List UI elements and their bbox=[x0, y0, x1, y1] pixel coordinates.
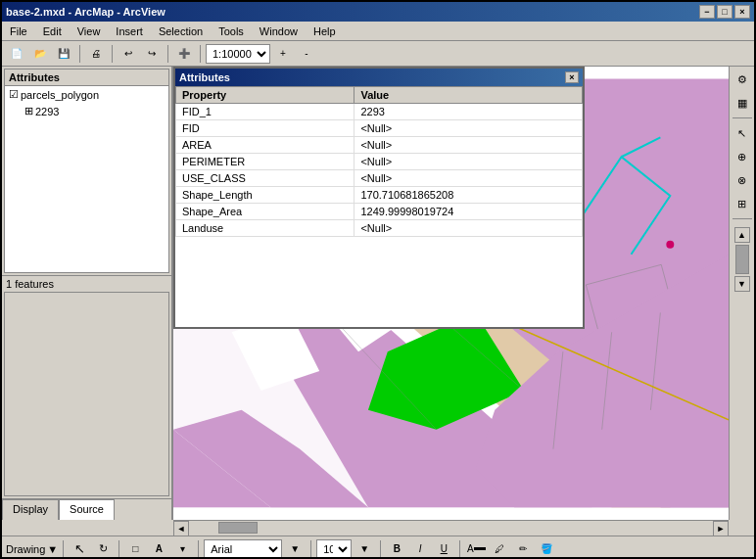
feature-item[interactable]: ⊞ 2293 bbox=[5, 103, 168, 119]
menu-window[interactable]: Window bbox=[256, 23, 302, 39]
feature-id: 2293 bbox=[35, 106, 59, 117]
scroll-track[interactable] bbox=[189, 521, 713, 536]
val-shapelength: 170.710681865208 bbox=[354, 187, 583, 204]
menu-view[interactable]: View bbox=[73, 23, 105, 39]
arrow-tool-button[interactable]: ↖ bbox=[69, 538, 90, 560]
val-fid: <Null> bbox=[354, 120, 583, 137]
cursor-button[interactable]: ⊗ bbox=[732, 169, 753, 191]
attributes-header: Attributes bbox=[5, 70, 168, 86]
scroll-right-button[interactable]: ► bbox=[713, 521, 729, 536]
attributes-title-bar: Attributes × bbox=[175, 69, 583, 86]
grid-button[interactable]: ⊞ bbox=[732, 193, 753, 214]
attributes-title: Attributes bbox=[179, 71, 230, 83]
h-scroll-thumb[interactable] bbox=[218, 522, 258, 534]
table-row: FID_1 2293 bbox=[176, 104, 583, 120]
toolbar-separator-3 bbox=[167, 45, 168, 63]
redo-button[interactable]: ↪ bbox=[141, 43, 163, 65]
undo-button[interactable]: ↩ bbox=[118, 43, 139, 65]
layer-name: parcels_polygon bbox=[21, 89, 99, 101]
italic-button[interactable]: I bbox=[409, 538, 431, 560]
font-name-dropdown-icon[interactable]: ▼ bbox=[284, 538, 306, 560]
maximize-button[interactable]: □ bbox=[717, 5, 732, 19]
highlight-button[interactable]: 🖊 bbox=[489, 538, 510, 560]
font-color-button[interactable]: A bbox=[465, 538, 487, 560]
val-area: <Null> bbox=[354, 137, 583, 154]
features-count: 1 features bbox=[2, 275, 171, 292]
feature-expand-icon: ⊞ bbox=[24, 105, 33, 117]
text-style-button[interactable]: A bbox=[148, 538, 169, 560]
underline-button[interactable]: U bbox=[433, 538, 454, 560]
layer-tree: Attributes ☑ parcels_polygon ⊞ 2293 bbox=[4, 69, 169, 273]
drawing-label: Drawing bbox=[6, 543, 45, 555]
rectangle-tool-button[interactable]: □ bbox=[124, 538, 146, 560]
layer-item[interactable]: ☑ parcels_polygon bbox=[5, 86, 168, 103]
bottom-toolbar: Drawing ▼ ↖ ↻ □ A ▾ Arial ▼ 10 ▼ B I U A… bbox=[2, 536, 754, 559]
rtb-separator-2 bbox=[732, 218, 752, 219]
rtb-separator-1 bbox=[732, 117, 752, 118]
prop-useclass: USE_CLASS bbox=[176, 170, 354, 187]
scroll-down-button[interactable]: ▼ bbox=[734, 276, 750, 292]
table-row: PERIMETER <Null> bbox=[176, 154, 583, 170]
scroll-thumb[interactable] bbox=[735, 245, 749, 274]
close-button[interactable]: × bbox=[734, 5, 750, 19]
zoom-in-button[interactable]: + bbox=[272, 43, 294, 65]
scroll-up-button[interactable]: ▲ bbox=[734, 227, 750, 243]
table-row: USE_CLASS <Null> bbox=[176, 170, 583, 187]
menu-bar: File Edit View Insert Selection Tools Wi… bbox=[2, 22, 754, 41]
tb-sep3 bbox=[198, 540, 199, 558]
main-toolbar: 📄 📂 💾 🖨 ↩ ↪ ➕ 1:10000 + - bbox=[2, 41, 754, 67]
prop-area: AREA bbox=[176, 137, 354, 154]
select-button[interactable]: ↖ bbox=[732, 122, 753, 144]
font-name-combo[interactable]: Arial bbox=[204, 539, 282, 559]
table-button[interactable]: ▦ bbox=[732, 92, 753, 114]
font-size-combo[interactable]: 10 bbox=[316, 539, 352, 559]
font-size-dropdown-icon[interactable]: ▼ bbox=[354, 538, 375, 560]
prop-shapelength: Shape_Length bbox=[176, 187, 354, 204]
scale-combo[interactable]: 1:10000 bbox=[206, 44, 270, 64]
tb-sep2 bbox=[118, 540, 119, 558]
tab-display[interactable]: Display bbox=[2, 499, 59, 520]
zoom-out-button[interactable]: - bbox=[296, 43, 317, 65]
menu-file[interactable]: File bbox=[6, 23, 31, 39]
attributes-close-button[interactable]: × bbox=[565, 71, 579, 83]
prop-fid: FID bbox=[176, 120, 354, 137]
toolbar-separator-2 bbox=[112, 45, 113, 63]
toolbar-separator-4 bbox=[200, 45, 201, 63]
bold-button[interactable]: B bbox=[386, 538, 407, 560]
rotate-button[interactable]: ↻ bbox=[92, 538, 114, 560]
right-toolbar: ⚙ ▦ ↖ ⊕ ⊗ ⊞ ▲ ▼ bbox=[729, 67, 754, 520]
table-row: Shape_Area 1249.99998019724 bbox=[176, 204, 583, 220]
new-button[interactable]: 📄 bbox=[6, 43, 27, 65]
menu-tools[interactable]: Tools bbox=[214, 23, 248, 39]
val-perimeter: <Null> bbox=[354, 154, 583, 170]
tb-sep bbox=[63, 540, 64, 558]
table-row: AREA <Null> bbox=[176, 137, 583, 154]
val-landuse: <Null> bbox=[354, 220, 583, 237]
svg-point-21 bbox=[666, 241, 674, 249]
zoom-map-button[interactable]: ⊕ bbox=[732, 146, 753, 167]
menu-edit[interactable]: Edit bbox=[39, 23, 66, 39]
val-useclass: <Null> bbox=[354, 170, 583, 187]
drawing-dropdown-icon[interactable]: ▼ bbox=[47, 543, 58, 555]
tb-sep6 bbox=[459, 540, 460, 558]
menu-insert[interactable]: Insert bbox=[112, 23, 147, 39]
tab-source[interactable]: Source bbox=[59, 499, 115, 520]
minimize-button[interactable]: − bbox=[699, 5, 715, 19]
print-button[interactable]: 🖨 bbox=[85, 43, 107, 65]
menu-help[interactable]: Help bbox=[309, 23, 340, 39]
add-data-button[interactable]: ➕ bbox=[173, 43, 195, 65]
map-area[interactable]: Attributes × Property Value F bbox=[173, 67, 729, 520]
menu-selection[interactable]: Selection bbox=[155, 23, 207, 39]
save-button[interactable]: 💾 bbox=[53, 43, 74, 65]
table-row: FID <Null> bbox=[176, 120, 583, 137]
tab-bar: Display Source bbox=[2, 498, 171, 520]
identify-button[interactable]: ⚙ bbox=[732, 69, 753, 90]
open-button[interactable]: 📂 bbox=[29, 43, 51, 65]
h-scrollbar: ◄ ► bbox=[173, 520, 729, 536]
font-dropdown-button[interactable]: ▾ bbox=[171, 538, 193, 560]
fill-color-button[interactable]: 🪣 bbox=[536, 538, 557, 560]
tb-sep5 bbox=[380, 540, 381, 558]
scroll-left-button[interactable]: ◄ bbox=[173, 521, 189, 536]
line-color-button[interactable]: ✏ bbox=[512, 538, 534, 560]
prop-fid1: FID_1 bbox=[176, 104, 354, 120]
